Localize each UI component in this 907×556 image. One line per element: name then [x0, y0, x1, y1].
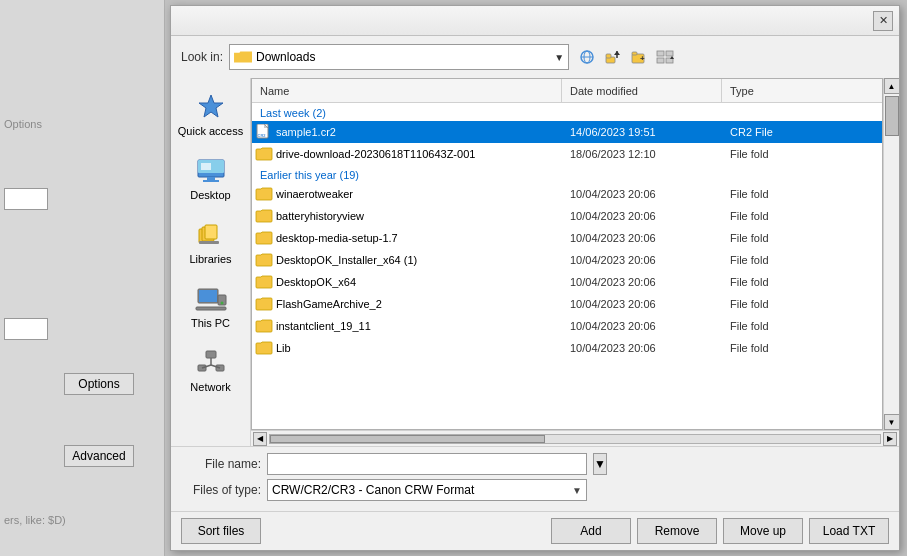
file-date: 10/04/2023 20:06	[562, 276, 722, 288]
nav-up-button[interactable]	[601, 45, 625, 69]
file-name: batteryhistoryview	[276, 210, 562, 222]
file-icon-folder	[252, 187, 276, 201]
table-row[interactable]: winaerotweaker 10/04/2023 20:06 File fol…	[252, 183, 882, 205]
advanced-button[interactable]: Advanced	[64, 445, 134, 467]
scroll-down-button[interactable]: ▼	[884, 414, 900, 430]
header-date[interactable]: Date modified	[562, 79, 722, 102]
file-date: 10/04/2023 20:06	[562, 254, 722, 266]
svg-rect-8	[632, 52, 637, 55]
file-icon-folder	[252, 231, 276, 245]
lookin-label: Look in:	[181, 50, 223, 64]
file-date: 10/04/2023 20:06	[562, 342, 722, 354]
svg-marker-15	[199, 95, 223, 117]
lookin-bar: Look in: Downloads ▼	[171, 36, 899, 78]
svg-text:+: +	[640, 54, 645, 63]
header-type[interactable]: Type	[722, 79, 882, 102]
file-type: File fold	[722, 232, 882, 244]
file-date: 10/04/2023 20:06	[562, 320, 722, 332]
table-row[interactable]: CR2 sample1.cr2 14/06/2023 19:51 CR2 Fil…	[252, 121, 882, 143]
scroll-left-button[interactable]: ◀	[253, 432, 267, 446]
content-area: Quick access Desktop	[171, 78, 899, 446]
sidebar-item-this-pc[interactable]: This PC	[175, 278, 247, 334]
file-name: desktop-media-setup-1.7	[276, 232, 562, 244]
file-list-scroll[interactable]: Last week (2) CR2 sa	[252, 103, 882, 429]
sidebar-item-libraries[interactable]: Libraries	[175, 214, 247, 270]
add-button[interactable]: Add	[551, 518, 631, 544]
scroll-right-button[interactable]: ▶	[883, 432, 897, 446]
svg-marker-14	[670, 56, 674, 59]
sidebar-item-network[interactable]: Network	[175, 342, 247, 398]
file-icon-folder	[252, 147, 276, 161]
this-pc-icon	[195, 283, 227, 315]
file-type: File fold	[722, 276, 882, 288]
move-up-button[interactable]: Move up	[723, 518, 803, 544]
sidebar-label-libraries: Libraries	[189, 253, 231, 265]
quick-access-icon	[195, 91, 227, 123]
filetype-value: CRW/CR2/CR3 - Canon CRW Format	[272, 483, 474, 497]
sidebar-item-quick-access[interactable]: Quick access	[175, 86, 247, 142]
sort-files-button[interactable]: Sort files	[181, 518, 261, 544]
file-date: 10/04/2023 20:06	[562, 298, 722, 310]
lookin-value: Downloads	[256, 50, 550, 64]
main-dialog: ✕ Look in: Downloads ▼	[170, 5, 900, 551]
file-name: Lib	[276, 342, 562, 354]
filename-arrow[interactable]: ▼	[593, 453, 607, 475]
filetype-arrow-icon: ▼	[572, 485, 582, 496]
sidebar-item-desktop[interactable]: Desktop	[175, 150, 247, 206]
file-icon-folder	[252, 341, 276, 355]
title-bar: ✕	[171, 6, 899, 36]
new-folder-button[interactable]: +	[627, 45, 651, 69]
close-button[interactable]: ✕	[873, 11, 893, 31]
group-label-earlier-year: Earlier this year (19)	[252, 165, 882, 183]
file-type: File fold	[722, 148, 882, 160]
file-icon-folder	[252, 319, 276, 333]
file-date: 10/04/2023 20:06	[562, 188, 722, 200]
file-icon-folder	[252, 275, 276, 289]
table-row[interactable]: batteryhistoryview 10/04/2023 20:06 File…	[252, 205, 882, 227]
svg-rect-4	[606, 54, 611, 58]
sidebar-label-desktop: Desktop	[190, 189, 230, 201]
action-bar: Sort files Add Remove Move up Load TXT	[171, 511, 899, 550]
left-panel: Options Options Advanced Options ers, li…	[0, 0, 165, 556]
svg-rect-24	[199, 241, 219, 244]
lookin-dropdown[interactable]: Downloads ▼	[229, 44, 569, 70]
file-list-header: Name Date modified Type	[252, 79, 882, 103]
scroll-up-button[interactable]: ▲	[884, 78, 900, 94]
scroll-thumb[interactable]	[885, 96, 899, 136]
file-date: 10/04/2023 20:06	[562, 232, 722, 244]
file-icon-folder	[252, 253, 276, 267]
file-type: File fold	[722, 254, 882, 266]
file-icon-folder	[252, 297, 276, 311]
table-row[interactable]: DesktopOK_Installer_x64 (1) 10/04/2023 2…	[252, 249, 882, 271]
file-name: FlashGameArchive_2	[276, 298, 562, 310]
nav-web-button[interactable]	[575, 45, 599, 69]
filename-input[interactable]	[267, 453, 587, 475]
file-type: CR2 File	[722, 126, 882, 138]
network-icon	[195, 347, 227, 379]
table-row[interactable]: desktop-media-setup-1.7 10/04/2023 20:06…	[252, 227, 882, 249]
svg-rect-12	[657, 58, 664, 63]
sidebar-label-this-pc: This PC	[191, 317, 230, 329]
options-button-1[interactable]: Options	[64, 373, 134, 395]
scroll-h-thumb[interactable]	[270, 435, 545, 443]
scroll-track[interactable]	[269, 434, 881, 444]
load-txt-button[interactable]: Load TXT	[809, 518, 889, 544]
table-row[interactable]: drive-download-20230618T110643Z-001 18/0…	[252, 143, 882, 165]
file-name: sample1.cr2	[276, 126, 562, 138]
table-row[interactable]: Lib 10/04/2023 20:06 File fold	[252, 337, 882, 359]
vertical-scrollbar[interactable]: ▲ ▼	[883, 78, 899, 430]
file-name: DesktopOK_Installer_x64 (1)	[276, 254, 562, 266]
table-row[interactable]: instantclient_19_11 10/04/2023 20:06 Fil…	[252, 315, 882, 337]
left-panel-text: Options	[4, 118, 42, 130]
svg-rect-20	[201, 163, 211, 170]
filetype-row: Files of type: CRW/CR2/CR3 - Canon CRW F…	[181, 479, 889, 501]
view-menu-button[interactable]	[653, 45, 677, 69]
table-row[interactable]: FlashGameArchive_2 10/04/2023 20:06 File…	[252, 293, 882, 315]
svg-rect-26	[199, 290, 217, 302]
horizontal-scrollbar[interactable]: ◀ ▶	[251, 430, 899, 446]
sidebar-label-quick-access: Quick access	[178, 125, 243, 137]
remove-button[interactable]: Remove	[637, 518, 717, 544]
header-name[interactable]: Name	[252, 79, 562, 102]
table-row[interactable]: DesktopOK_x64 10/04/2023 20:06 File fold	[252, 271, 882, 293]
filetype-dropdown[interactable]: CRW/CR2/CR3 - Canon CRW Format ▼	[267, 479, 587, 501]
